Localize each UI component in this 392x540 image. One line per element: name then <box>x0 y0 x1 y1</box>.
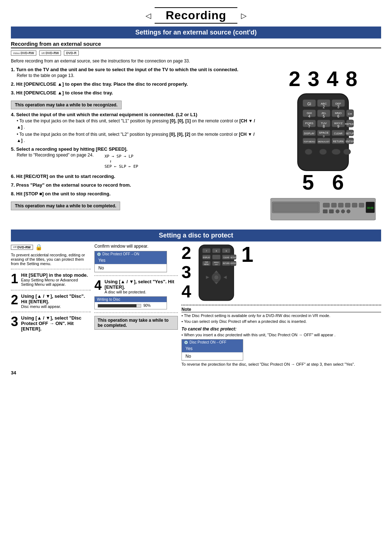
svg-rect-54 <box>273 203 318 212</box>
svg-text:RETURN: RETURN <box>223 263 230 264</box>
svg-text:00:00: 00:00 <box>367 207 373 209</box>
svg-point-65 <box>347 210 350 213</box>
svg-rect-57 <box>338 203 343 207</box>
svg-text:SETUP: SETUP <box>346 132 354 135</box>
svg-text:LIST: LIST <box>215 264 218 265</box>
step-4: 4. Select the input of the unit which th… <box>11 111 261 143</box>
protect-step-4: 4 Using [▲ / ▼], select "Yes". Hit [ENTE… <box>94 279 178 294</box>
svg-text:0: 0 <box>323 135 325 138</box>
speed-diagram: XP → SP → LP ↑ SEP ← SLP ← EP <box>105 154 138 170</box>
protect-step-2-body: Disc menu will appear. <box>21 304 91 309</box>
svg-text:8: 8 <box>216 250 217 252</box>
confirm-cancel-yes: Yes <box>182 345 243 353</box>
svg-rect-59 <box>352 203 357 207</box>
intro-text: Before recording from an external source… <box>11 58 381 64</box>
dotted-sep-2 <box>11 290 91 291</box>
title-corner-left: ◁ <box>146 11 151 20</box>
protect-format-badges: VR DVD-RW 🔒 <box>11 244 91 251</box>
svg-text:7: 7 <box>308 125 310 129</box>
svg-text:6: 6 <box>337 114 339 118</box>
protect-remote: 7 8 9 DISPLAY SPACE CLEAR <box>193 244 240 302</box>
svg-point-48 <box>305 149 312 155</box>
badge-dvdrw-video: Video DVD-RW <box>11 50 36 56</box>
svg-text:SPACE: SPACE <box>319 131 329 134</box>
step-2: 2. Hit [OPEN/CLOSE ▲] to open the disc t… <box>11 81 261 88</box>
svg-text:MENU: MENU <box>204 264 209 265</box>
step-6: 6. Hit [REC/OTR] on the unit to start re… <box>11 173 261 180</box>
protect-large-nums: 2 3 4 <box>181 244 191 301</box>
protect-lock-icon: 🔒 <box>35 244 42 251</box>
svg-rect-61 <box>323 210 327 213</box>
badge-dvdr: DVD-R <box>64 50 79 56</box>
protect-step-2-title: Using [▲ / ▼], select "Disc". Hit [ENTER… <box>21 293 91 304</box>
svg-text:ENTER: ENTER <box>346 140 354 143</box>
svg-text:5: 5 <box>323 114 325 118</box>
svg-rect-56 <box>331 203 336 207</box>
note-title: Note <box>181 307 381 312</box>
warning-box-2: This operation may take a while to be co… <box>11 202 120 210</box>
progress-bar <box>98 304 141 308</box>
note-box: Note • The Disc Protect setting is avail… <box>181 305 381 324</box>
protect-intro: To prevent accidental recording, editing… <box>11 253 91 266</box>
svg-point-64 <box>341 210 345 213</box>
format-badges: Video DVD-RW VR DVD-RW DVD-R <box>11 50 381 56</box>
svg-text:8: 8 <box>323 125 325 129</box>
svg-text:DISPLAY: DISPLAY <box>203 257 211 259</box>
svg-rect-60 <box>359 203 364 207</box>
confirm-yes: Yes <box>95 257 167 264</box>
note-item-2: • You can select only Disc Protect off w… <box>181 319 381 324</box>
svg-point-51 <box>343 149 351 155</box>
svg-text:2: 2 <box>323 105 325 109</box>
svg-text:CH: CH <box>348 112 352 115</box>
protect-right-top: 2 3 4 7 8 9 <box>181 244 381 302</box>
step-4-bullet-2: • To use the input jacks on the front of… <box>17 131 261 144</box>
step-1: 1. Turn on the TV and the unit and be su… <box>11 66 261 79</box>
step-4-bullet-1: • To use the input jacks on the back of … <box>17 118 261 130</box>
step-3: 3. Hit [OPEN/CLOSE ▲] to close the disc … <box>11 90 261 96</box>
svg-rect-55 <box>323 203 330 207</box>
warning-box-1: This operation may take a while to be re… <box>11 101 122 109</box>
svg-point-49 <box>319 149 327 155</box>
recording-right: 2 3 4 8 GI ABC 2 DEF 3 <box>265 66 381 224</box>
note-item-1: • The Disc Protect setting is available … <box>181 313 381 318</box>
protect-step-1-body: Easy Setting Menu or Advanced Setting Me… <box>21 278 91 287</box>
svg-text:9: 9 <box>337 125 339 129</box>
dotted-sep-3 <box>11 312 91 312</box>
remote-svg: GI ABC 2 DEF 3 GHI 4 JKL 5 MNO 6 <box>287 92 359 172</box>
protect-step-1: 1 Hit [SETUP] in the stop mode. Easy Set… <box>11 272 91 287</box>
progress-window: Writing to Disc 90% <box>94 296 167 309</box>
protect-content: VR DVD-RW 🔒 To prevent accidental record… <box>11 244 381 366</box>
svg-text:RETURN: RETURN <box>333 140 343 143</box>
svg-text:TOP: TOP <box>205 261 208 263</box>
svg-text:DISPLAY: DISPLAY <box>304 132 314 135</box>
step-5: 5. Select a recording speed by hitting [… <box>11 146 261 171</box>
protect-section: Setting a disc to protect VR DVD-RW 🔒 To… <box>11 230 381 366</box>
page-title: Recording <box>166 9 226 22</box>
confirm-text: Confirm window will appear. <box>94 244 178 249</box>
cancel-title: To cancel the disc protect: <box>181 326 381 332</box>
svg-text:4: 4 <box>308 114 310 118</box>
page: ◁ Recording ▷ Settings for an external s… <box>0 0 392 540</box>
protect-step-4-title: Using [▲ / ▼], select "Yes". Hit [ENTER]… <box>105 279 178 290</box>
confirm-cancel-no: No <box>182 353 243 360</box>
subsection-header-recording: Recording from an external source <box>11 41 381 48</box>
large-nums-bottom: 5 6 <box>302 170 344 194</box>
dotted-sep-mid-2 <box>94 312 178 313</box>
section-header-protect: Setting a disc to protect <box>11 230 381 241</box>
svg-rect-62 <box>329 210 334 213</box>
progress-bar-fill <box>98 304 136 307</box>
svg-text:9: 9 <box>225 250 226 252</box>
protect-right: 2 3 4 7 8 9 <box>181 244 381 366</box>
step-1-sub: Refer to the table on page 13. <box>17 73 261 79</box>
svg-text:GI: GI <box>307 102 311 106</box>
svg-text:REPEAT: REPEAT <box>345 123 355 125</box>
section-header-external: Settings for an external source (cont'd) <box>11 27 381 38</box>
step-5-sub: Refer to "Recording speed" on page 24. X… <box>17 153 261 171</box>
svg-text:CLEAR: CLEAR <box>223 257 229 259</box>
large-nums-top: 2 3 4 8 <box>289 66 357 91</box>
svg-rect-58 <box>345 203 350 207</box>
protect-step-3: 3 Using [▲ / ▼], select "Disc Protect OF… <box>11 315 91 332</box>
svg-text:7: 7 <box>206 250 207 252</box>
confirm-window-cancel: 💿 Disc Protect ON→OFF Yes No <box>181 339 243 361</box>
protect-step-4-body: A disc will be protected. <box>105 290 178 294</box>
